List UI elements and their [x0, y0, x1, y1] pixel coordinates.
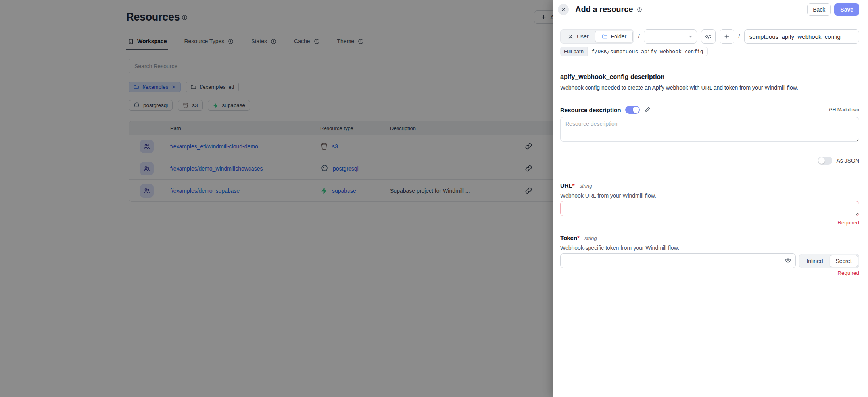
- save-button[interactable]: Save: [834, 3, 859, 16]
- owner-kind-folder[interactable]: Folder: [595, 31, 633, 42]
- close-icon[interactable]: [558, 4, 569, 15]
- back-button[interactable]: Back: [807, 3, 831, 16]
- owner-kind-user[interactable]: User: [561, 31, 595, 42]
- required-star: *: [572, 182, 575, 189]
- field-name: Token: [560, 234, 577, 241]
- token-storage-toggle: Inlined Secret: [799, 254, 859, 268]
- field-url: URL* string Webhook URL from your Windmi…: [560, 182, 859, 226]
- add-resource-drawer: Add a resource Back Save User Folder: [553, 0, 868, 397]
- path-separator: /: [738, 33, 740, 40]
- drawer-body: User Folder / / Full path: [553, 29, 868, 276]
- description-controls: Resource description GH Markdown: [560, 106, 859, 114]
- info-icon[interactable]: [637, 7, 642, 12]
- required-error: Required: [560, 270, 859, 276]
- plus-icon: [724, 33, 730, 40]
- as-json-toggle[interactable]: [818, 157, 832, 165]
- eye-icon: [705, 33, 712, 40]
- drawer-header: Add a resource Back Save: [553, 0, 868, 19]
- field-type: string: [580, 183, 592, 189]
- field-token: Token* string Webhook-specific token fro…: [560, 234, 859, 276]
- url-input[interactable]: [560, 201, 859, 216]
- eye-icon[interactable]: [785, 257, 791, 264]
- add-folder-button[interactable]: [720, 29, 734, 44]
- drawer-title: Add a resource: [575, 5, 633, 14]
- folder-select-control[interactable]: [644, 29, 697, 44]
- path-builder: User Folder / /: [560, 29, 859, 44]
- pencil-icon[interactable]: [644, 107, 651, 113]
- as-json-label: As JSON: [836, 157, 859, 164]
- full-path-value: f/DRK/sumptuous_apify_webhook_config: [587, 47, 708, 56]
- folder-icon: [601, 33, 608, 40]
- token-inlined-option[interactable]: Inlined: [800, 255, 829, 267]
- folder-select[interactable]: [644, 29, 697, 44]
- owner-kind-toggle: User Folder: [560, 29, 634, 44]
- field-help: Webhook-specific token from your Windmil…: [560, 245, 859, 251]
- field-help: Webhook URL from your Windmill flow.: [560, 192, 859, 199]
- resource-name-input[interactable]: [744, 29, 859, 44]
- field-type: string: [584, 235, 597, 241]
- user-icon: [568, 34, 574, 40]
- field-name: URL: [560, 182, 572, 189]
- full-path-label: Full path: [560, 47, 587, 56]
- required-star: *: [577, 234, 580, 241]
- required-error: Required: [560, 220, 859, 226]
- screen: Resources Add resource Workspace Resourc…: [0, 0, 868, 397]
- resource-description-textarea[interactable]: [560, 117, 859, 142]
- path-separator: /: [638, 33, 640, 40]
- markdown-hint: GH Markdown: [829, 107, 859, 113]
- token-secret-option[interactable]: Secret: [830, 255, 858, 267]
- full-path: Full path f/DRK/sumptuous_apify_webhook_…: [560, 47, 708, 56]
- resource-type-description-text: Webhook config needed to create an Apify…: [560, 84, 859, 91]
- description-toggle[interactable]: [625, 106, 640, 114]
- resource-type-description-heading: apify_webhook_config description: [560, 73, 859, 81]
- as-json-row: As JSON: [560, 157, 859, 165]
- resource-description-label: Resource description: [560, 107, 621, 113]
- token-input[interactable]: [560, 253, 796, 268]
- view-folder-permissions-button[interactable]: [701, 29, 716, 44]
